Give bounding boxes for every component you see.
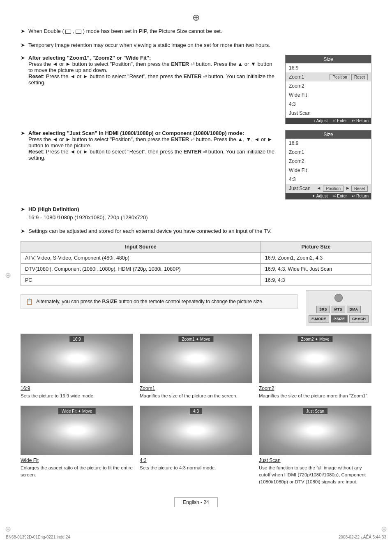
table-cell-input-3: PC: [21, 274, 261, 286]
bullet-item-1: ➤ When Double ( , ) mode has been set in…: [21, 27, 371, 35]
caption-text-zoom2: Magnifies the size of the picture more t…: [259, 392, 371, 399]
img-label-just-scan: Just Scan: [303, 408, 327, 414]
table-row: PC 16:9, 4:3: [21, 274, 371, 286]
size-panel-2-item-zoom1: Zoom1: [286, 148, 371, 157]
top-center-icon: ⊕: [21, 12, 371, 23]
bullet-text-4: After selecting "Just Scan" in HDMI (108…: [28, 130, 277, 161]
caption-title-16-9: 16:9: [21, 385, 133, 391]
remote-btn-chvch: CH∨CH: [349, 315, 369, 323]
page-footer: English - 24: [21, 497, 371, 507]
caption-text-4-3: Sets the picture to 4:3 normal mode.: [140, 464, 252, 471]
note-left: 📋 Alternately, you can press the P.SIZE …: [21, 290, 297, 313]
size-label-16-9: 16:9: [289, 65, 368, 71]
size-label-zoom1: Zoom1: [289, 74, 330, 80]
bullet-text-2: Temporary image retention may occur when…: [28, 41, 371, 49]
remote-btn-psize[interactable]: P.SIZE: [331, 315, 348, 323]
img-label-wide-fit: Wide Fit ✦ Move: [58, 408, 96, 414]
table-cell-size-1: 16:9, Zoom1, Zoom2, 4:3: [261, 252, 371, 263]
left-margin-mark: ⊕: [5, 271, 11, 280]
caption-text-16-9: Sets the picture to 16:9 wide mode.: [21, 392, 133, 399]
img-label-16-9: 16:9: [69, 336, 84, 342]
note-text: Alternately, you can press the P.SIZE bu…: [36, 298, 292, 305]
size-panel-1-title: Size: [286, 55, 371, 63]
bullet-text-col-3: ➤ After selecting "Zoom1", "Zoom2" or "W…: [21, 55, 285, 86]
size-panel-1-item-wide-fit: Wide Fit: [286, 91, 371, 100]
image-wide-fit: Wide Fit ✦ Move: [21, 406, 133, 455]
bullet-arrow-5: ➤: [21, 205, 25, 221]
position-button-2[interactable]: Position: [323, 186, 344, 192]
footer-enter-1: ⏎ Enter: [333, 118, 347, 123]
remote-btn-srs: SRS: [316, 306, 330, 313]
img-label-zoom1: Zoom1 ✦ Move: [178, 336, 213, 342]
size-label2-16-9: 16:9: [289, 140, 368, 146]
size-label-zoom2: Zoom2: [289, 83, 368, 89]
size-label-wide-fit: Wide Fit: [289, 92, 368, 98]
caption-text-just-scan: Use the function to see the full image w…: [259, 464, 371, 485]
bullet-arrow-3: ➤: [21, 55, 25, 86]
table-row: ATV, Video, S-Video, Component (480i, 48…: [21, 252, 371, 263]
size-panel-2-item-4-3: 4:3: [286, 175, 371, 184]
footer-text: English - 24: [183, 499, 209, 505]
footer-adjust-1: ↕ Adjust: [313, 118, 327, 123]
remote-btn-dma: DMA: [347, 306, 361, 313]
img-label-zoom2: Zoom2 ✦ Move: [297, 336, 332, 342]
table-header-picture-size: Picture Size: [261, 241, 371, 252]
position-button-1[interactable]: Position: [330, 74, 350, 80]
image-cell-zoom2: Zoom2 ✦ Move Zoom2 Magnifies the size of…: [259, 334, 371, 399]
caption-title-4-3: 4:3: [140, 457, 252, 463]
size-panel-2-item-just-scan[interactable]: Just Scan ◄ Position ► Reset: [286, 184, 371, 193]
size-panel-2-item-16-9: 16:9: [286, 139, 371, 148]
image-cell-wide-fit: Wide Fit ✦ Move Wide Fit Enlarges the as…: [21, 406, 133, 485]
size-panel-2-footer: ✦ Adjust ⏎ Enter ↩ Return: [286, 193, 371, 199]
page-content: ⊕ ➤ When Double ( , ) mode has been set …: [21, 12, 371, 507]
size-panel-2-title: Size: [286, 130, 371, 139]
bullet-text-1: When Double ( , ) mode has been set in P…: [28, 27, 371, 35]
bullet-arrow-6: ➤: [21, 227, 25, 235]
bullet-item-2: ➤ Temporary image retention may occur wh…: [21, 41, 371, 49]
reset-button-1[interactable]: Reset: [351, 74, 368, 80]
remote-btn-emode: E.MODE: [309, 315, 329, 323]
reset-button-2[interactable]: Reset: [351, 186, 368, 192]
image-zoom1: Zoom1 ✦ Move: [140, 334, 252, 383]
bullet-text-6: Settings can be adjusted and stored for …: [28, 227, 371, 235]
size-label2-4-3: 4:3: [289, 176, 368, 182]
image-4-3: 4:3: [140, 406, 252, 455]
bullet-item-4-with-panel: ➤ After selecting "Just Scan" in HDMI (1…: [21, 130, 371, 200]
remote-btn-mts: MTS: [332, 306, 345, 313]
size-panel-1-footer: ↕ Adjust ⏎ Enter ↩ Return: [286, 118, 371, 124]
image-cell-16-9: 16:9 16:9 Sets the picture to 16:9 wide …: [21, 334, 133, 399]
bottom-left-text: BN68-01392D-01Eng-0221.indd 24: [6, 535, 70, 539]
bullet-arrow-1: ➤: [21, 27, 25, 35]
image-cell-just-scan: Just Scan Just Scan Use the function to …: [259, 406, 371, 485]
footer-enter-2: ⏎ Enter: [333, 194, 347, 198]
page-footer-inner: English - 24: [174, 497, 217, 507]
bullet-item-3-with-panel: ➤ After selecting "Zoom1", "Zoom2" or "W…: [21, 55, 371, 124]
footer-return-2: ↩ Return: [352, 194, 369, 198]
size-panel-1-item-just-scan: Just Scan: [286, 109, 371, 118]
bottom-left-mark: ⊕: [5, 525, 11, 534]
note-icon: 📋: [26, 298, 33, 305]
bullet-item-6: ➤ Settings can be adjusted and stored fo…: [21, 227, 371, 235]
caption-text-zoom1: Magnifies the size of the picture on the…: [140, 392, 252, 399]
note-box: 📋 Alternately, you can press the P.SIZE …: [21, 294, 297, 309]
image-zoom2: Zoom2 ✦ Move: [259, 334, 371, 383]
image-16-9: 16:9: [21, 334, 133, 383]
image-just-scan: Just Scan: [259, 406, 371, 455]
size-panel-2-buttons: ◄ Position ► Reset: [317, 186, 368, 192]
bullet-text-5: HD (High Definition) 16:9 - 1080i/1080p …: [28, 205, 371, 221]
size-panel-1-item-zoom2: Zoom2: [286, 81, 371, 91]
size-label2-zoom2: Zoom2: [289, 158, 368, 164]
size-panel-1-box: Size 16:9 Zoom1 Position Reset Zoom2 Wid…: [285, 55, 371, 124]
caption-title-just-scan: Just Scan: [259, 457, 371, 463]
image-cell-zoom1: Zoom1 ✦ Move Zoom1 Magnifies the size of…: [140, 334, 252, 399]
caption-text-wide-fit: Enlarges the aspect ratio of the picture…: [21, 464, 133, 478]
bullet-item-5: ➤ HD (High Definition) 16:9 - 1080i/1080…: [21, 205, 371, 221]
caption-title-zoom2: Zoom2: [259, 385, 371, 391]
bullet-text-3: After selecting "Zoom1", "Zoom2" or "Wid…: [28, 55, 277, 86]
table-row: DTV(1080i), Component (1080i, 1080p), HD…: [21, 263, 371, 274]
size-panel-1-item-16-9: 16:9: [286, 63, 371, 72]
caption-title-wide-fit: Wide Fit: [21, 457, 133, 463]
size-panel-2-item-wide-fit: Wide Fit: [286, 166, 371, 175]
size-panel-1-item-zoom1[interactable]: Zoom1 Position Reset: [286, 72, 371, 81]
remote-row-2: E.MODE P.SIZE CH∨CH: [309, 315, 369, 323]
